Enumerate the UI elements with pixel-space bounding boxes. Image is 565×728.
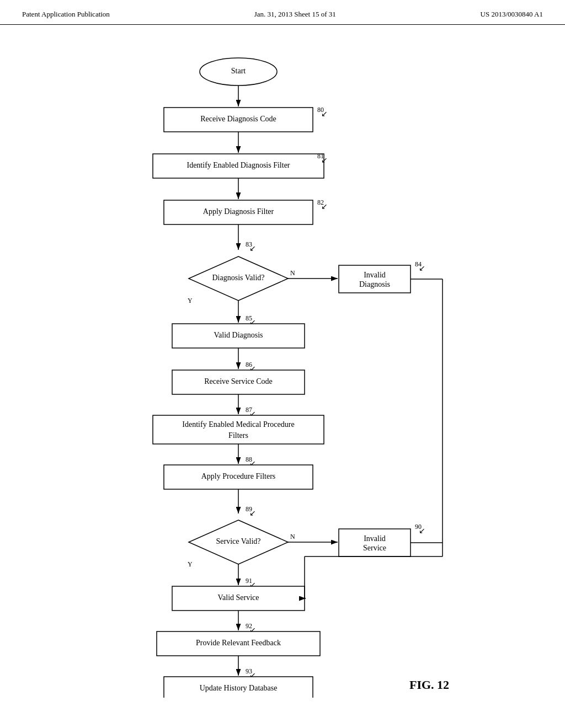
label-81: Identify Enabled Diagnosis Filter [186,161,290,169]
label-84b: Diagnosis [359,280,390,288]
label-92: Provide Relevant Feedback [196,639,281,647]
num-84-tick: ↙ [419,264,425,272]
header-date-sheet: Jan. 31, 2013 Sheet 15 of 31 [254,10,336,19]
y-label-83: Y [188,297,193,304]
n-label-89: N [290,533,295,540]
label-80: Receive Diagnosis Code [200,115,276,123]
num-82-tick: ↙ [321,202,328,211]
label-87a: Identify Enabled Medical Procedure [182,420,294,429]
label-90b: Service [363,544,386,552]
num-81-tick: ↙ [321,156,328,164]
header-patent-number: US 2013/0030840 A1 [481,10,543,19]
label-87b: Filters [228,431,248,440]
label-89: Service Valid? [216,537,261,545]
label-83: Diagnosis Valid? [212,274,264,282]
y-label-89: Y [188,560,193,568]
label-85: Valid Diagnosis [214,331,263,339]
page-header: Patent Application Publication Jan. 31, … [0,0,565,25]
figure-label: FIG. 12 [409,678,449,692]
num-89-tick: ↙ [249,509,256,517]
label-91: Valid Service [217,593,259,602]
label-93: Update History Database [200,684,278,692]
flowchart-svg: Start Receive Diagnosis Code 80 ↙ Identi… [67,41,498,698]
n-label-83: N [290,269,295,277]
header-publication: Patent Application Publication [22,10,110,19]
label-90a: Invalid [364,534,386,543]
label-88: Apply Procedure Filters [201,472,276,480]
num-80-tick: ↙ [321,110,328,118]
label-86: Receive Service Code [204,377,273,386]
num-83-tick: ↙ [249,244,256,253]
start-label: Start [231,67,246,75]
label-84a: Invalid [364,271,386,279]
label-82: Apply Diagnosis Filter [203,207,274,216]
diagram-container: Start Receive Diagnosis Code 80 ↙ Identi… [0,30,565,709]
num-90-tick: ↙ [419,527,425,535]
